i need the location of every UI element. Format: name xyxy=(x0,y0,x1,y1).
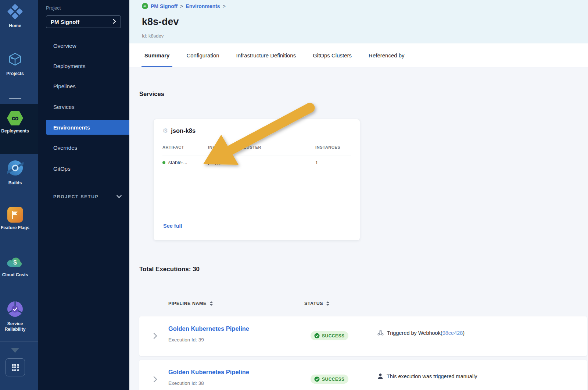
rail-item-home[interactable]: Home xyxy=(0,4,30,29)
check-circle-icon xyxy=(314,333,320,338)
breadcrumb-project[interactable]: PM Signoff xyxy=(151,3,178,9)
status-dot-icon xyxy=(162,161,165,164)
page-title: k8s-dev xyxy=(142,16,179,28)
trigger-text: This execution was triggered manually xyxy=(387,373,477,379)
execution-row: Golden Kubernetes Pipeline Execution Id:… xyxy=(139,316,587,356)
execution-row: Golden Kubernetes Pipeline Execution Id:… xyxy=(139,360,587,390)
grid-icon xyxy=(12,364,19,371)
service-instance-row: stable-... playground 1 xyxy=(162,160,351,165)
entity-id: Id: k8sdev xyxy=(142,33,164,39)
nav-item-overview[interactable]: Overview xyxy=(38,38,129,53)
sort-icon xyxy=(326,301,330,306)
execution-id: Execution Id: 38 xyxy=(168,380,204,386)
cluster-value: playground xyxy=(208,160,315,165)
check-circle-icon xyxy=(314,376,320,382)
tab-configuration[interactable]: Configuration xyxy=(183,43,222,67)
status-text: SUCCESS xyxy=(322,377,345,382)
service-card-columns: ARTIFACT INFRA/GITOPS CLUSTER INSTANCES xyxy=(162,145,351,149)
rail-label: Builds xyxy=(8,180,22,186)
expand-chevron-icon[interactable] xyxy=(153,376,157,384)
page-header: ∞ PM Signoff > Environments > k8s-dev Id… xyxy=(129,0,588,43)
feature-flags-icon xyxy=(7,207,23,223)
projects-icon xyxy=(7,52,23,68)
nav-divider xyxy=(53,187,122,187)
nav-item-deployments[interactable]: Deployments xyxy=(38,58,129,73)
status-badge: SUCCESS xyxy=(311,331,348,340)
module-rail: Home Projects ∞ Deployments xyxy=(0,0,38,390)
gear-icon: ⚙ xyxy=(162,128,168,134)
status-text: SUCCESS xyxy=(322,333,345,338)
nav-item-environments[interactable]: Environments xyxy=(46,120,129,135)
column-label: STATUS xyxy=(304,301,323,306)
cd-hexagon-icon: ∞ xyxy=(7,110,24,126)
tab-gitops-clusters[interactable]: GitOps Clusters xyxy=(310,43,355,67)
column-artifact: ARTIFACT xyxy=(162,145,208,149)
chevron-down-icon[interactable] xyxy=(11,348,19,353)
artifact-cell: stable-... xyxy=(162,160,208,165)
execution-id: Execution Id: 39 xyxy=(168,337,204,343)
svg-text:$: $ xyxy=(13,259,17,266)
breadcrumb: ∞ PM Signoff > Environments > xyxy=(142,3,226,9)
breadcrumb-separator: > xyxy=(180,3,183,9)
rail-item-feature-flags[interactable]: Feature Flags xyxy=(0,207,30,231)
tab-summary[interactable]: Summary xyxy=(141,43,172,67)
ci-icon xyxy=(7,160,24,178)
rail-collapse-handle[interactable] xyxy=(9,98,21,99)
project-setup-label: PROJECT SETUP xyxy=(53,194,98,199)
tab-referenced-by[interactable]: Referenced by xyxy=(366,43,408,67)
person-icon xyxy=(377,373,383,379)
rail-item-deployments[interactable]: ∞ Deployments xyxy=(0,110,30,134)
breadcrumb-environments[interactable]: Environments xyxy=(186,3,220,9)
service-card-header: ⚙ json-k8s xyxy=(162,127,196,134)
cd-module-icon: ∞ xyxy=(142,3,148,9)
tab-infrastructure-definitions[interactable]: Infrastructure Definitions xyxy=(233,43,299,67)
tab-bar: Summary Configuration Infrastructure Def… xyxy=(129,43,588,67)
rail-item-service-reliability[interactable]: Service Reliability xyxy=(0,301,30,332)
column-pipeline-name[interactable]: PIPELINE NAME xyxy=(168,301,213,306)
home-icon xyxy=(7,4,23,21)
column-instances: INSTANCES xyxy=(315,145,351,149)
rail-divider xyxy=(0,91,38,91)
rail-divider xyxy=(0,341,38,342)
cloud-costs-icon: $ xyxy=(6,255,24,270)
trigger-id-link[interactable]: 98ce428 xyxy=(442,330,463,336)
column-cluster: INFRA/GITOPS CLUSTER xyxy=(208,145,315,149)
column-status[interactable]: STATUS xyxy=(304,301,330,306)
project-name: PM Signoff xyxy=(51,19,79,25)
trigger-text: Triggered by Webhook(98ce428) xyxy=(387,330,465,336)
card-divider xyxy=(162,156,351,156)
project-label: Project xyxy=(46,5,61,11)
rail-label: Feature Flags xyxy=(1,225,29,231)
pipeline-name-link[interactable]: Golden Kubernetes Pipeline xyxy=(168,369,249,376)
rail-item-builds[interactable]: Builds xyxy=(0,160,30,186)
rail-item-projects[interactable]: Projects xyxy=(0,52,30,77)
column-label: PIPELINE NAME xyxy=(168,301,207,306)
artifact-value: stable-... xyxy=(168,160,187,165)
sort-icon xyxy=(209,301,213,306)
chevron-down-icon xyxy=(116,194,122,199)
rail-item-cloud-costs[interactable]: $ Cloud Costs xyxy=(0,255,30,278)
rail-label: Cloud Costs xyxy=(2,272,28,278)
see-full-link[interactable]: See full xyxy=(163,223,182,229)
service-reliability-icon xyxy=(7,301,23,319)
nav-item-gitops[interactable]: GitOps xyxy=(38,161,129,176)
rail-label: Service Reliability xyxy=(0,321,30,332)
webhook-icon xyxy=(377,330,384,336)
project-setup-toggle[interactable]: PROJECT SETUP xyxy=(53,194,122,199)
chevron-right-icon xyxy=(113,19,116,25)
service-name: json-k8s xyxy=(171,127,196,134)
nav-item-services[interactable]: Services xyxy=(38,99,129,114)
instances-value: 1 xyxy=(315,160,351,165)
harness-app: Home Projects ∞ Deployments xyxy=(0,0,588,390)
module-grid-button[interactable] xyxy=(6,358,25,376)
pipeline-name-link[interactable]: Golden Kubernetes Pipeline xyxy=(168,325,249,332)
nav-item-pipelines[interactable]: Pipelines xyxy=(38,79,129,93)
expand-chevron-icon[interactable] xyxy=(153,333,157,341)
nav-item-overrides[interactable]: Overrides xyxy=(38,140,129,155)
trigger-info: This execution was triggered manually xyxy=(377,373,477,379)
status-badge: SUCCESS xyxy=(311,375,348,384)
services-heading: Services xyxy=(139,91,164,98)
breadcrumb-separator: > xyxy=(223,3,226,9)
total-executions-label: Total Executions: 30 xyxy=(139,266,200,273)
project-selector[interactable]: PM Signoff xyxy=(46,15,121,28)
